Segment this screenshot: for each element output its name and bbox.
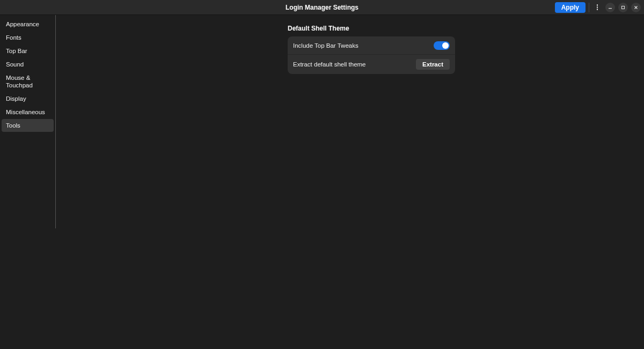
sidebar-item-top-bar[interactable]: Top Bar <box>2 44 54 57</box>
sidebar-item-display[interactable]: Display <box>2 92 54 105</box>
sidebar-item-fonts[interactable]: Fonts <box>2 31 54 44</box>
svg-rect-1 <box>622 6 625 9</box>
row-extract-default-theme: Extract default shell theme Extract <box>288 54 455 74</box>
row-label: Extract default shell theme <box>293 61 366 68</box>
close-button[interactable] <box>631 3 641 12</box>
settings-panel: Default Shell Theme Include Top Bar Twea… <box>288 15 455 349</box>
sidebar: Appearance Fonts Top Bar Sound Mouse & T… <box>0 15 56 228</box>
titlebar: Login Manager Settings Apply <box>0 0 644 15</box>
sidebar-item-mouse-touchpad[interactable]: Mouse & Touchpad <box>2 71 54 92</box>
sidebar-item-appearance[interactable]: Appearance <box>2 18 54 31</box>
extract-button[interactable]: Extract <box>416 59 450 70</box>
sidebar-item-miscellaneous[interactable]: Miscellaneous <box>2 106 54 118</box>
row-include-top-bar-tweaks: Include Top Bar Tweaks <box>288 36 455 54</box>
include-top-bar-tweaks-toggle[interactable] <box>434 41 450 50</box>
row-label: Include Top Bar Tweaks <box>293 42 358 49</box>
maximize-button[interactable] <box>618 3 628 12</box>
window-title: Login Manager Settings <box>286 4 358 11</box>
section-title: Default Shell Theme <box>288 25 455 32</box>
toggle-knob <box>442 42 449 49</box>
apply-button[interactable]: Apply <box>555 2 586 13</box>
content-area: Appearance Fonts Top Bar Sound Mouse & T… <box>0 15 644 349</box>
sidebar-item-sound[interactable]: Sound <box>2 58 54 71</box>
minimize-button[interactable] <box>605 3 615 12</box>
sidebar-item-tools[interactable]: Tools <box>2 119 54 132</box>
dots-vertical-icon <box>597 4 598 10</box>
titlebar-divider <box>589 3 589 12</box>
minimize-icon <box>608 5 612 10</box>
main-panel: Default Shell Theme Include Top Bar Twea… <box>56 15 644 349</box>
svg-rect-0 <box>609 8 612 9</box>
kebab-menu-button[interactable] <box>592 3 602 12</box>
close-icon <box>634 5 638 10</box>
settings-group: Include Top Bar Tweaks Extract default s… <box>288 36 455 74</box>
maximize-icon <box>621 5 625 10</box>
titlebar-controls: Apply <box>555 2 641 13</box>
